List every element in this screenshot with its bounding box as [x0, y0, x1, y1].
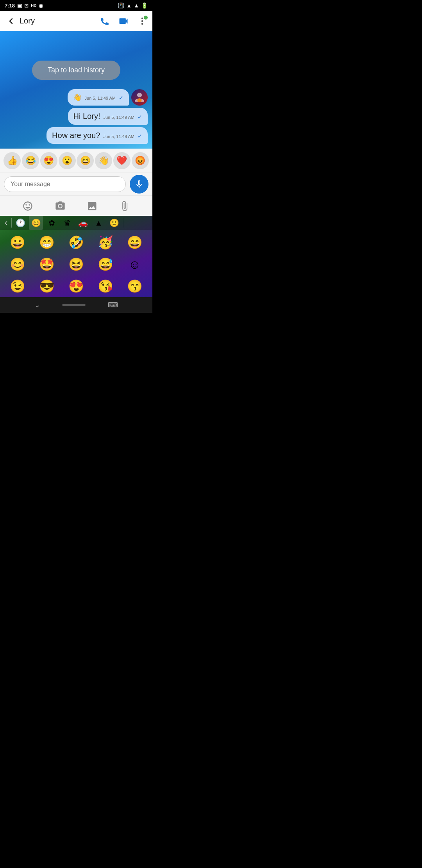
online-indicator: [144, 16, 148, 20]
emoji-heart-eyes[interactable]: 😍: [62, 275, 91, 297]
messages-list: 👋 Jun 5, 11:49 AM ✓ Hi Lory! Jun 5, 11:4: [5, 89, 148, 144]
message-text: How are you?: [52, 131, 100, 140]
message-text: 👋: [73, 93, 82, 102]
attach-toolbar-button[interactable]: [117, 198, 132, 214]
svg-point-0: [141, 17, 143, 19]
emoji-kiss[interactable]: 😘: [91, 275, 120, 297]
travel-tab[interactable]: 🚗: [76, 216, 90, 230]
keyboard-down-button[interactable]: ⌄: [34, 301, 40, 309]
message-bubble: 👋 Jun 5, 11:49 AM ✓: [68, 89, 129, 106]
top-actions: [98, 15, 148, 27]
reaction-grinning[interactable]: 😆: [77, 152, 94, 169]
table-row: Hi Lory! Jun 5, 11:49 AM ✓: [5, 108, 148, 125]
signal-icon: ▲: [134, 2, 139, 9]
emoji-smile[interactable]: 😄: [120, 231, 149, 253]
more-options-button[interactable]: [136, 15, 148, 27]
tab-separator: [11, 218, 12, 228]
reaction-angry[interactable]: 😡: [132, 152, 149, 169]
message-check: ✓: [138, 114, 142, 120]
voice-button[interactable]: [130, 175, 148, 194]
clipboard-icon: ▣: [17, 3, 22, 9]
app-layout: 7:18 ▣ ⊡ HD ◉ 📳 ▲ ▲ 🔋 Lory: [0, 0, 152, 313]
message-input[interactable]: [4, 176, 126, 192]
table-row: 👋 Jun 5, 11:49 AM ✓: [5, 89, 148, 106]
table-row: How are you? Jun 5, 11:49 AM ✓: [5, 127, 148, 144]
toolbar-bar: [0, 195, 152, 216]
emoji-laughing[interactable]: 😆: [62, 253, 91, 275]
tab-separator-2: [123, 218, 123, 228]
symbols-tab[interactable]: ▲: [91, 216, 106, 230]
reaction-heart[interactable]: ❤️: [113, 152, 131, 169]
emoji-starstruck[interactable]: 🤩: [32, 253, 62, 275]
emoji-tab-bar: ‹ 🕐 😊 ✿ ♛ 🚗 ▲ 🙂: [0, 216, 152, 230]
emoji-grin[interactable]: 😁: [32, 231, 62, 253]
reaction-heart-eyes[interactable]: 😍: [40, 152, 57, 169]
camera-icon: ⊡: [24, 3, 29, 9]
camera-toolbar-button[interactable]: [52, 198, 68, 214]
input-bar: [0, 172, 152, 195]
reaction-laugh[interactable]: 😂: [22, 152, 39, 169]
reaction-wave[interactable]: 👋: [95, 152, 112, 169]
emoji-rofl[interactable]: 🤣: [62, 231, 91, 253]
message-time: Jun 5, 11:49 AM: [85, 96, 116, 100]
nature-tab[interactable]: ✿: [45, 216, 59, 230]
vibrate-icon: 📳: [118, 2, 124, 9]
emoji-grinning[interactable]: 😀: [3, 231, 32, 253]
emoji-toolbar-button[interactable]: [20, 198, 36, 214]
keyboard-grid-button[interactable]: ⌨: [108, 301, 118, 309]
text-face-tab[interactable]: 🙂: [107, 216, 121, 230]
battery-icon: 🔋: [141, 2, 148, 9]
emoji-keyboard: ‹ 🕐 😊 ✿ ♛ 🚗 ▲ 🙂 😀 😁 🤣 🥳 😄 😊 🤩 😆 😅 ☺️ 😉 �: [0, 216, 152, 297]
svg-marker-3: [137, 98, 142, 102]
emoji-relaxed[interactable]: ☺️: [120, 253, 149, 275]
emoji-blush[interactable]: 😊: [3, 253, 32, 275]
reaction-wow[interactable]: 😮: [59, 152, 76, 169]
emoji-grid: 😀 😁 🤣 🥳 😄 😊 🤩 😆 😅 ☺️ 😉 😎 😍 😘 😙 🙂 🤗 😙 😐 🤦…: [0, 230, 152, 297]
emoji-wink[interactable]: 😉: [3, 275, 32, 297]
message-check: ✓: [138, 133, 142, 139]
reaction-thumbsup[interactable]: 👍: [4, 152, 21, 169]
message-check: ✓: [119, 95, 123, 101]
recent-tab[interactable]: 🕐: [13, 216, 27, 230]
keyboard-footer: ⌄ ⌨: [0, 297, 152, 313]
image-toolbar-button[interactable]: [84, 198, 100, 214]
svg-point-2: [141, 23, 143, 24]
video-call-button[interactable]: [117, 15, 130, 27]
crown-tab[interactable]: ♛: [60, 216, 74, 230]
emoji-sunglasses[interactable]: 😎: [32, 275, 62, 297]
top-bar: Lory: [0, 11, 152, 31]
avatar: [131, 89, 148, 106]
contact-name: Lory: [20, 16, 98, 25]
message-time: Jun 5, 11:49 AM: [104, 115, 135, 120]
back-button[interactable]: [4, 14, 18, 28]
message-bubble: How are you? Jun 5, 11:49 AM ✓: [46, 127, 148, 144]
call-button[interactable]: [98, 15, 111, 27]
emoji-back-button[interactable]: ‹: [2, 218, 10, 228]
time-display: 7:18: [5, 3, 15, 9]
wifi-icon: ▲: [126, 2, 132, 9]
status-left: 7:18 ▣ ⊡ HD ◉: [5, 3, 43, 9]
status-bar: 7:18 ▣ ⊡ HD ◉ 📳 ▲ ▲ 🔋: [0, 0, 152, 11]
keyboard-home-indicator: [62, 304, 86, 306]
location-icon: ◉: [39, 3, 43, 9]
message-bubble: Hi Lory! Jun 5, 11:49 AM ✓: [68, 108, 148, 125]
emoji-kissing[interactable]: 😙: [120, 275, 149, 297]
hd-icon: HD: [31, 4, 36, 8]
message-time: Jun 5, 11:49 AM: [104, 134, 135, 139]
message-text: Hi Lory!: [73, 112, 100, 121]
load-history-button[interactable]: Tap to load history: [32, 61, 120, 80]
chat-area: Tap to load history 👋 Jun 5, 11:49 AM ✓: [0, 31, 152, 149]
emoji-party[interactable]: 🥳: [91, 231, 120, 253]
status-right: 📳 ▲ ▲ 🔋: [118, 2, 148, 9]
reactions-bar: 👍 😂 😍 😮 😆 👋 ❤️ 😡: [0, 149, 152, 172]
svg-point-1: [141, 20, 143, 22]
smiley-tab[interactable]: 😊: [29, 216, 43, 230]
emoji-sweat-smile[interactable]: 😅: [91, 253, 120, 275]
